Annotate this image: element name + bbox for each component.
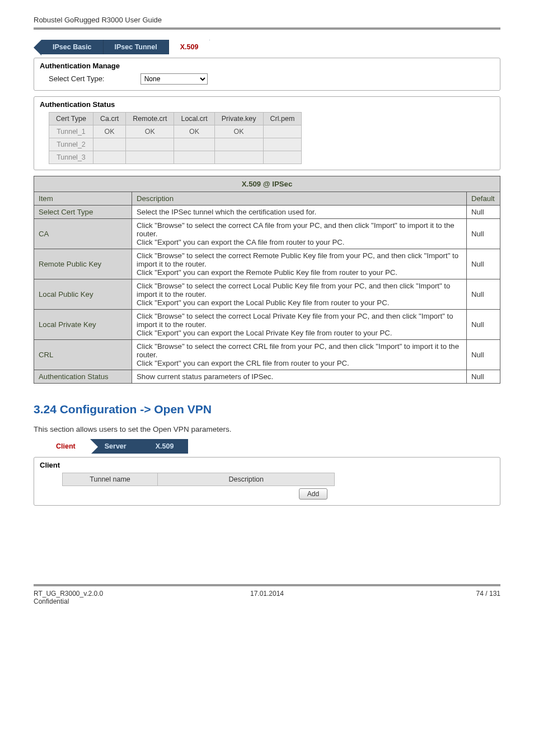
cell (126, 151, 174, 164)
auth-status-table: Cert Type Ca.crt Remote.crt Local.crt Pr… (49, 112, 302, 164)
desc: Click "Browse" to select the correct Loc… (132, 310, 467, 340)
tab-ipsec-tunnel[interactable]: IPsec Tunnel (104, 40, 169, 54)
cell (263, 125, 302, 138)
cell (93, 138, 125, 151)
table-row: Tunnel name Description (63, 473, 335, 486)
item-localpriv: Local Private Key (34, 310, 132, 340)
ovpn-tabs: Client Server X.509 (41, 439, 500, 454)
item-ca: CA (34, 219, 132, 249)
client-box: Client Tunnel name Description Add (34, 457, 500, 506)
tab-x509[interactable]: X.509 (169, 40, 210, 54)
section-lead: This section allows users to set the Ope… (34, 425, 500, 433)
add-button[interactable]: Add (299, 488, 327, 500)
col-tunnel-name: Tunnel name (63, 473, 158, 486)
cell (263, 151, 302, 164)
table-row: Tunnel_3 (49, 151, 302, 164)
default: Null (467, 340, 500, 370)
client-title: Client (40, 461, 494, 469)
divider (34, 27, 500, 30)
default: Null (467, 370, 500, 384)
cell (214, 138, 263, 151)
select-cert-type[interactable]: None (140, 73, 208, 85)
cell-tunnel3: Tunnel_3 (49, 151, 93, 164)
desc-title: X.509 @ IPSec (34, 176, 500, 192)
footer-page: 74 / 131 (346, 590, 500, 605)
footer-date: 17.01.2014 (188, 590, 346, 605)
cell-tunnel1: Tunnel_1 (49, 125, 93, 138)
col-crl: Crl.pem (263, 113, 302, 125)
item-remote: Remote Public Key (34, 249, 132, 279)
cell (214, 151, 263, 164)
desc: Click "Browse" to select the correct Loc… (132, 279, 467, 310)
col-item: Item (34, 192, 132, 206)
col-cert-type: Cert Type (49, 113, 93, 125)
cell: OK (126, 125, 174, 138)
doc-header: Robustel GoRugged R3000 User Guide (34, 16, 500, 27)
default: Null (467, 219, 500, 249)
client-table: Tunnel name Description (62, 473, 335, 486)
cell: OK (93, 125, 125, 138)
col-desc: Description (132, 192, 467, 206)
table-row: Cert Type Ca.crt Remote.crt Local.crt Pr… (49, 113, 302, 125)
default: Null (467, 206, 500, 219)
tab-client[interactable]: Client (41, 439, 90, 454)
table-row: Tunnel_2 (49, 138, 302, 151)
default: Null (467, 249, 500, 279)
footer: RT_UG_R3000_v.2.0.0 Confidential 17.01.2… (34, 584, 500, 605)
desc: Select the IPSec tunnel which the certif… (132, 206, 467, 219)
cell: OK (174, 125, 214, 138)
item-localpub: Local Public Key (34, 279, 132, 310)
item-crl: CRL (34, 340, 132, 370)
desc: Click "Browse" to select the correct Rem… (132, 249, 467, 279)
desc: Click "Browse" to select the correct CA … (132, 219, 467, 249)
auth-status-title: Authentication Status (40, 100, 494, 109)
col-ca: Ca.crt (93, 113, 125, 125)
x509-ipsec-table: X.509 @ IPSec Item Description Default S… (34, 176, 500, 384)
default: Null (467, 279, 500, 310)
auth-manage-box: Authentication Manage Select Cert Type: … (34, 58, 500, 91)
cell: OK (214, 125, 263, 138)
auth-manage-title: Authentication Manage (40, 62, 494, 70)
default: Null (467, 310, 500, 340)
col-default: Default (467, 192, 500, 206)
tab-ovpn-x509[interactable]: X.509 (141, 439, 189, 454)
table-row: Tunnel_1 OK OK OK OK (49, 125, 302, 138)
desc: Show current status parameters of IPSec. (132, 370, 467, 384)
auth-status-box: Authentication Status Cert Type Ca.crt R… (34, 96, 500, 170)
footer-version: RT_UG_R3000_v.2.0.0 (34, 590, 103, 598)
cell-tunnel2: Tunnel_2 (49, 138, 93, 151)
item-authstatus: Authentication Status (34, 370, 132, 384)
cell (174, 151, 214, 164)
col-remote: Remote.crt (126, 113, 174, 125)
cell (263, 138, 302, 151)
cell (93, 151, 125, 164)
item-select-cert: Select Cert Type (34, 206, 132, 219)
section-heading: 3.24 Configuration -> Open VPN (34, 403, 500, 416)
ipsec-tabs: IPsec Basic IPsec Tunnel X.509 (41, 40, 500, 54)
footer-confidential: Confidential (34, 598, 188, 605)
tab-ipsec-basic[interactable]: IPsec Basic (41, 40, 104, 54)
col-description: Description (158, 473, 335, 486)
desc: Click "Browse" to select the correct CRL… (132, 340, 467, 370)
col-private: Private.key (214, 113, 263, 125)
cell (174, 138, 214, 151)
cell (126, 138, 174, 151)
col-local: Local.crt (174, 113, 214, 125)
select-cert-type-label: Select Cert Type: (49, 74, 138, 83)
